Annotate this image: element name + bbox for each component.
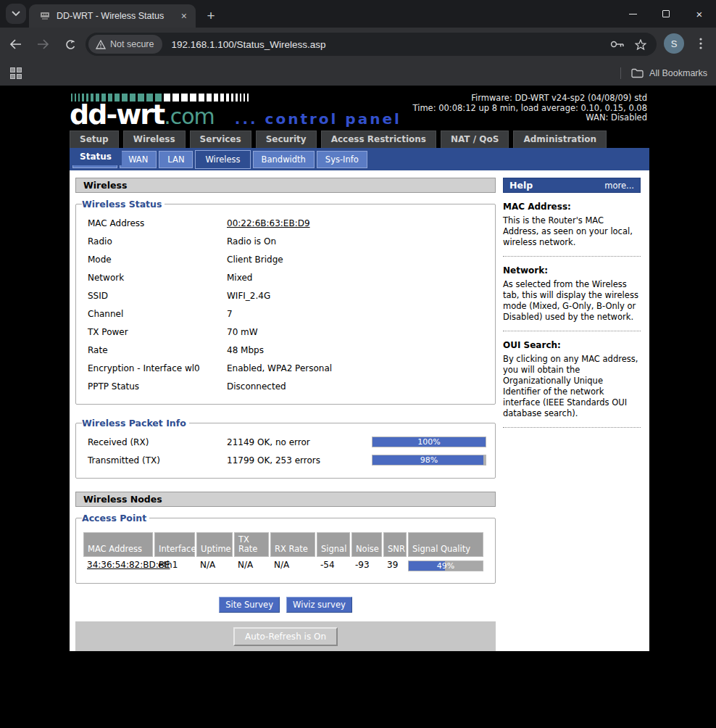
password-key-icon[interactable] (610, 40, 625, 49)
row-label: Encryption - Interface wl0 (82, 363, 227, 373)
back-button[interactable] (3, 32, 28, 57)
forward-arrow-icon (37, 39, 49, 49)
help-section-divider (503, 331, 641, 331)
firmware-info: Firmware: DD-WRT v24-sp2 (04/08/09) std … (413, 94, 647, 123)
help-section-divider (503, 256, 641, 257)
status-row-pptp-status: PPTP StatusDisconnected (82, 377, 489, 395)
status-row-encryption-interface-wl0: Encryption - Interface wl0Enabled, WPA2 … (82, 359, 489, 377)
tab-close-icon[interactable]: × (178, 10, 190, 22)
bookmarks-bar: All Bookmarks (0, 61, 716, 86)
subtab-sys-info[interactable]: Sys-Info (317, 151, 367, 168)
ap-col-mac-address: MAC Address (83, 532, 153, 557)
wireless-nodes-title: Wireless Nodes (75, 492, 496, 507)
ap-col-signal: Signal (317, 532, 350, 557)
back-arrow-icon (9, 39, 22, 49)
nav-tab-services[interactable]: Services (190, 131, 251, 148)
apps-grid-icon[interactable] (10, 67, 22, 79)
help-section-oui-search: OUI Search:By clicking on any MAC addres… (503, 340, 641, 428)
packet-info-legend: Wireless Packet Info (82, 418, 189, 429)
ap-cell: -54 (317, 557, 350, 571)
status-row-network: NetworkMixed (82, 268, 489, 286)
subtab-wireless[interactable]: Wireless (195, 150, 250, 169)
mac-address-link[interactable]: 00:22:6B:63:EB:D9 (227, 218, 310, 228)
window-minimize-button[interactable] (616, 0, 649, 28)
row-value: 7 (227, 309, 233, 319)
tab-search-button[interactable] (6, 4, 26, 24)
nav-tab-wireless[interactable]: Wireless (123, 131, 186, 148)
row-value: Client Bridge (227, 255, 283, 265)
packet-row-received-rx: Received (RX)21149 OK, no error100% (82, 433, 489, 451)
access-point-fieldset: Access Point MAC AddressInterfaceUptimeT… (75, 513, 496, 584)
status-row-radio: RadioRadio is On (82, 232, 489, 250)
nav-tab-setup[interactable]: Setup (70, 131, 119, 148)
url-text: 192.168.1.100/Status_Wireless.asp (171, 39, 610, 50)
row-label: SSID (82, 291, 227, 301)
nav-tab-administration[interactable]: Administration (513, 131, 607, 148)
ap-cell: 39 (383, 557, 407, 571)
help-section-divider (503, 427, 641, 428)
row-label: PPTP Status (82, 381, 227, 392)
access-point-legend: Access Point (82, 513, 149, 524)
avatar-letter: S (671, 38, 678, 49)
row-label: Rate (82, 345, 227, 355)
row-value: Enabled, WPA2 Personal (227, 363, 332, 373)
help-section-text: As selected from the Wireless tab, this … (503, 279, 641, 323)
site-survey-button[interactable]: Site Survey (219, 597, 280, 613)
help-section-text: By clicking on any MAC address, you will… (503, 354, 641, 419)
maximize-icon (662, 10, 670, 17)
row-value: WIFI_2.4G (227, 291, 270, 301)
nav-tab-access-restrictions[interactable]: Access Restrictions (321, 131, 436, 148)
forward-button[interactable] (30, 32, 55, 57)
auto-refresh-button[interactable]: Auto-Refresh is On (233, 627, 338, 646)
row-label: TX Power (82, 327, 227, 337)
ap-table-row: 34:36:54:82:BD:BEeth1N/AN/AN/A-54-933949… (83, 557, 489, 571)
refresh-button[interactable] (58, 32, 83, 57)
ap-col-rx-rate: RX Rate (270, 532, 315, 557)
browser-window: DD-WRT - Wireless Status × + × Not secur… (0, 0, 716, 728)
ddwrt-header: dd-wrt.com... control panel Firmware: DD… (70, 86, 649, 131)
folder-icon (631, 68, 644, 78)
ap-col-noise: Noise (351, 532, 382, 557)
status-row-rate: Rate48 Mbps (82, 341, 489, 359)
packet-meter: 98% (372, 455, 486, 466)
access-point-table: MAC AddressInterfaceUptimeTX RateRX Rate… (83, 532, 489, 571)
bookmark-star-icon[interactable] (635, 39, 646, 50)
row-label: Channel (82, 309, 227, 319)
all-bookmarks-button[interactable]: All Bookmarks (649, 68, 707, 78)
chevron-down-icon (12, 11, 20, 17)
window-maximize-button[interactable] (649, 0, 683, 28)
not-secure-chip[interactable]: Not secure (88, 35, 162, 54)
tab-title: DD-WRT - Wireless Status (57, 11, 178, 21)
refresh-icon (65, 39, 76, 50)
ap-col-signal-quality: Signal Quality (408, 532, 483, 557)
nav-tab-security[interactable]: Security (256, 131, 317, 148)
meter-label: 100% (372, 437, 486, 447)
footer-bar: Auto-Refresh is On (75, 621, 496, 651)
subtab-lan[interactable]: LAN (159, 151, 193, 168)
kebab-menu-icon (699, 38, 702, 49)
url-bar[interactable]: Not secure 192.168.1.100/Status_Wireless… (86, 33, 657, 56)
browser-menu-button[interactable] (693, 35, 709, 52)
ap-cell: N/A (196, 557, 233, 571)
packet-row-transmitted-tx: Transmitted (TX)11799 OK, 253 errors98% (82, 451, 489, 469)
subtab-bandwidth[interactable]: Bandwidth (253, 151, 315, 168)
row-value: Radio is On (227, 236, 276, 247)
wan-line: WAN: Disabled (413, 113, 647, 123)
wiviz-survey-button[interactable]: Wiviz survey (286, 597, 352, 613)
ddwrt-logo-suffix: .com (164, 104, 215, 129)
help-section-heading: MAC Address: (503, 202, 641, 212)
help-title: Help (509, 180, 533, 191)
signal-quality-meter: 49% (408, 561, 483, 571)
status-row-mac-address: MAC Address00:22:6B:63:EB:D9 (82, 214, 489, 232)
control-panel-tagline: ... control panel (235, 110, 401, 128)
browser-tab[interactable]: DD-WRT - Wireless Status × (29, 4, 196, 28)
new-tab-button[interactable]: + (201, 7, 220, 25)
row-value: 21149 OK, no error (227, 437, 372, 447)
help-more-link[interactable]: more... (604, 181, 634, 191)
profile-avatar[interactable]: S (664, 33, 684, 54)
packet-meter: 100% (372, 437, 486, 447)
row-label: MAC Address (82, 218, 227, 228)
nav-tab-nat-qos[interactable]: NAT / QoS (441, 131, 509, 148)
nav-tab-status[interactable]: Status (70, 148, 122, 165)
window-close-button[interactable]: × (683, 0, 716, 28)
